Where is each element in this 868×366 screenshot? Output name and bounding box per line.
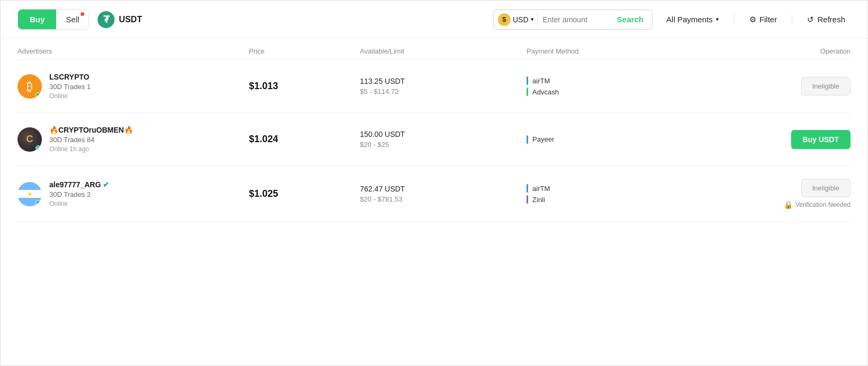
amount-input[interactable] <box>541 12 610 27</box>
payment-bar-icon <box>527 76 528 85</box>
limit-2: $20 - $25 <box>360 141 527 149</box>
chevron-down-icon: ▾ <box>531 16 534 23</box>
online-status-1: Online <box>49 92 91 100</box>
payment-method-2a: Payeer <box>527 135 712 144</box>
col-price: Price <box>249 47 360 55</box>
divider <box>734 14 734 25</box>
usdt-amount-3: 762.47 USDT <box>360 185 527 193</box>
advertiser-info-1: LSCRYPTO 30D Trades 1 Online <box>49 73 91 100</box>
avatar-cryptoru: C <box>17 127 42 152</box>
verified-badge-icon: ✔ <box>103 180 109 189</box>
advertiser-cell-2: C 🔥CRYPTOruOBMEN🔥 30D Trades 84 Online 1… <box>17 126 249 153</box>
available-3: 762.47 USDT $20 - $781.53 <box>360 185 527 203</box>
refresh-icon: ↺ <box>807 15 814 24</box>
all-payments-button[interactable]: All Payments ▾ <box>661 11 725 28</box>
usdt-amount-1: 113.25 USDT <box>360 77 527 85</box>
online-dot-1 <box>36 92 41 98</box>
ineligible-button-3[interactable]: Ineligible <box>801 179 851 197</box>
table-row: C 🔥CRYPTOruOBMEN🔥 30D Trades 84 Online 1… <box>17 113 851 166</box>
available-1: 113.25 USDT $5 - $114.72 <box>360 77 527 95</box>
price-1: $1.013 <box>249 81 360 92</box>
advertiser-info-2: 🔥CRYPTOruOBMEN🔥 30D Trades 84 Online 1h … <box>49 126 133 153</box>
price-3: $1.025 <box>249 188 360 199</box>
operation-cell-3: Ineligible 🔒 Verification Needed <box>712 179 851 209</box>
payment-bar-icon <box>527 195 528 204</box>
sell-button[interactable]: Sell <box>56 10 89 29</box>
search-button[interactable]: Search <box>613 13 648 26</box>
available-2: 150.00 USDT $20 - $25 <box>360 130 527 149</box>
payment-bar-icon <box>527 88 528 96</box>
sell-notification-badge <box>81 12 84 16</box>
buy-sell-group: Buy Sell <box>17 9 89 30</box>
table-row: ale97777_ARG ✔ 30D Trades 2 Online $1.02… <box>17 166 851 222</box>
avatar-lscrypto: ₿ <box>17 74 42 99</box>
advertiser-cell-1: ₿ LSCRYPTO 30D Trades 1 Online <box>17 73 249 100</box>
refresh-button[interactable]: ↺ Refresh <box>802 11 851 29</box>
payment-bar-icon <box>527 184 528 193</box>
col-available: Available/Limit <box>360 47 527 55</box>
online-status-3: Online <box>49 200 109 207</box>
bitcoin-icon: ₿ <box>27 79 33 94</box>
advertiser-name-2: 🔥CRYPTOruOBMEN🔥 <box>49 126 133 134</box>
payment-cell-3: airTM Zinli <box>527 184 712 204</box>
coin-label: ₮ USDT <box>98 11 142 28</box>
search-bar: $ USD ▾ Search <box>493 10 653 30</box>
filter-icon: ⚙ <box>749 15 756 24</box>
advertiser-cell-3: ale97777_ARG ✔ 30D Trades 2 Online <box>17 180 249 207</box>
avatar-ale <box>17 182 42 206</box>
payment-method-3a: airTM <box>527 184 712 193</box>
online-status-2: Online 1h ago <box>49 145 133 153</box>
trades-3: 30D Trades 2 <box>49 190 109 198</box>
table-container: Advertisers Price Available/Limit Paymen… <box>1 39 867 222</box>
currency-icon: $ <box>498 13 511 26</box>
verification-label: Verification Needed <box>795 201 851 208</box>
trades-1: 30D Trades 1 <box>49 83 91 91</box>
currency-name: USD <box>513 15 529 24</box>
buy-usdt-button-2[interactable]: Buy USDT <box>791 130 851 149</box>
ineligible-button-1[interactable]: Ineligible <box>801 77 851 95</box>
verification-icon: 🔒 <box>784 201 793 209</box>
advertiser-name-3: ale97777_ARG ✔ <box>49 180 109 189</box>
payment-method-1b: Advcash <box>527 88 712 96</box>
coin-name: USDT <box>119 15 142 24</box>
online-dot-3 <box>36 200 41 205</box>
col-payment: Payment Method <box>527 47 712 55</box>
all-payments-chevron-icon: ▾ <box>716 16 719 23</box>
payment-cell-2: Payeer <box>527 135 712 144</box>
buy-button[interactable]: Buy <box>18 10 56 29</box>
col-operation: Operation <box>712 47 851 55</box>
online-dot-2 <box>36 145 41 151</box>
payment-method-3b: Zinli <box>527 195 712 204</box>
operation-cell-1: Ineligible <box>712 77 851 95</box>
payment-bar-icon <box>527 135 528 144</box>
filter-button[interactable]: ⚙ Filter <box>744 11 782 29</box>
table-header: Advertisers Price Available/Limit Paymen… <box>17 39 851 60</box>
payment-cell-1: airTM Advcash <box>527 76 712 96</box>
table-row: ₿ LSCRYPTO 30D Trades 1 Online $1.013 11… <box>17 60 851 113</box>
usdt-icon: ₮ <box>98 11 115 28</box>
limit-1: $5 - $114.72 <box>360 88 527 95</box>
usdt-amount-2: 150.00 USDT <box>360 130 527 138</box>
divider2 <box>792 14 792 25</box>
payment-method-1a: airTM <box>527 76 712 85</box>
limit-3: $20 - $781.53 <box>360 195 527 203</box>
price-2: $1.024 <box>249 134 360 145</box>
operation-cell-2: Buy USDT <box>712 130 851 149</box>
advertiser-name-1: LSCRYPTO <box>49 73 91 81</box>
toolbar: Buy Sell ₮ USDT $ USD ▾ Search <box>1 1 867 39</box>
page-container: Buy Sell ₮ USDT $ USD ▾ Search <box>0 0 868 366</box>
col-advertisers: Advertisers <box>17 47 249 55</box>
advertiser-info-3: ale97777_ARG ✔ 30D Trades 2 Online <box>49 180 109 207</box>
trades-2: 30D Trades 84 <box>49 136 133 144</box>
currency-select[interactable]: $ USD ▾ <box>498 13 538 26</box>
verification-needed: 🔒 Verification Needed <box>784 201 851 209</box>
